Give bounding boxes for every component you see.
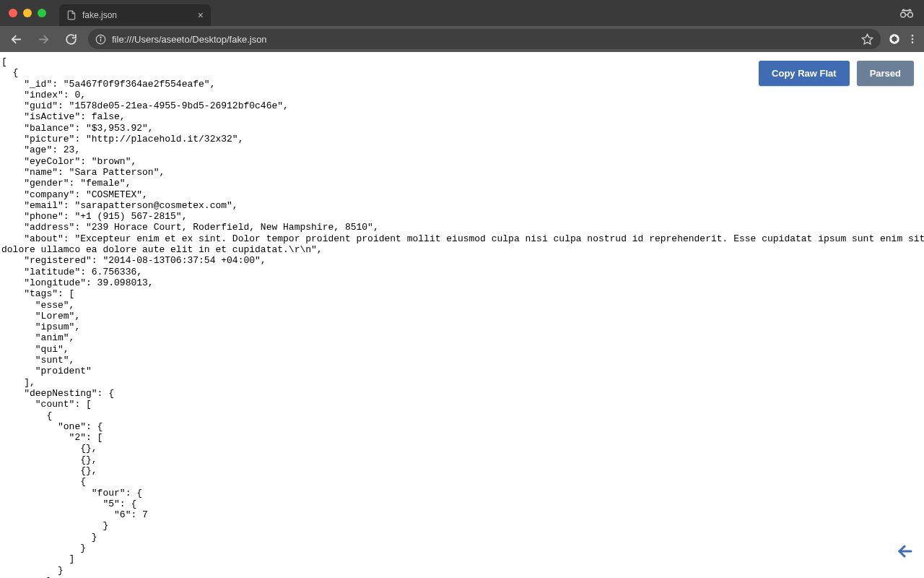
address-bar[interactable]: file:///Users/aseeto/Desktop/fake.json [88,29,881,49]
reload-icon [65,33,77,46]
svg-point-1 [908,12,913,17]
arrow-left-icon [10,33,22,46]
arrow-right-icon [38,33,50,46]
file-icon [66,10,77,20]
svg-point-0 [901,12,906,17]
url-text: file:///Users/aseeto/Desktop/fake.json [112,34,267,45]
incognito-icon [899,8,914,18]
tab-close-icon[interactable]: × [198,9,204,21]
copy-raw-flat-button[interactable]: Copy Raw Flat [759,61,850,86]
nav-back-button[interactable] [6,29,26,49]
page-content: Copy Raw Flat Parsed [ { "_id": "5a467f0… [0,52,924,578]
menu-icon[interactable] [907,33,918,45]
toolbar: file:///Users/aseeto/Desktop/fake.json [0,26,924,52]
info-icon[interactable] [95,34,106,45]
svg-rect-9 [892,37,897,41]
arrow-left-icon [897,543,914,560]
window-minimize-button[interactable] [23,9,32,17]
star-icon[interactable] [861,33,873,46]
svg-point-6 [100,37,101,38]
nav-reload-button[interactable] [61,29,81,49]
svg-point-10 [912,35,914,37]
traffic-lights [6,9,46,17]
json-text[interactable]: [ { "_id": "5a467f0f9f364ae2f554eafe", "… [0,52,924,578]
svg-point-12 [912,41,914,43]
window-close-button[interactable] [9,9,17,17]
svg-marker-7 [862,34,872,43]
tab-title: fake.json [82,10,192,20]
nav-forward-button[interactable] [33,29,53,49]
svg-point-11 [912,38,914,40]
scroll-back-arrow[interactable] [897,543,914,565]
extension-icon[interactable] [888,33,901,46]
window-maximize-button[interactable] [38,9,46,17]
window-titlebar: fake.json × [0,0,924,26]
parsed-button[interactable]: Parsed [857,61,914,86]
action-buttons: Copy Raw Flat Parsed [759,61,914,86]
browser-tab[interactable]: fake.json × [59,4,211,26]
